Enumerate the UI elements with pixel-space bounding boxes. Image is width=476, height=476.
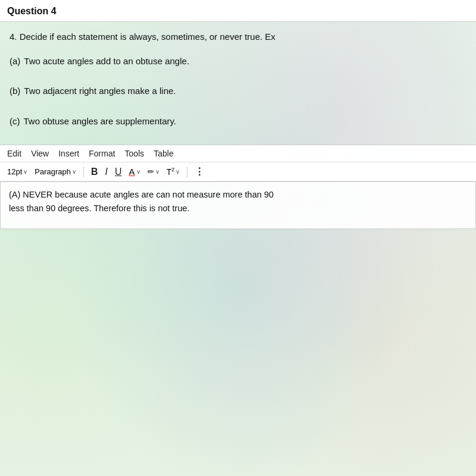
sub-question-c-text: Two obtuse angles are supplementary. [24,116,177,126]
sub-question-a-text: Two acute angles add to an obtuse angle. [24,56,189,66]
italic-button[interactable]: I [103,165,110,178]
sub-question-a-label: (a) [10,56,20,66]
paragraph-chevron: ∨ [72,168,76,175]
menu-format[interactable]: Format [89,149,115,158]
highlight-dropdown[interactable]: ✏ ∨ [145,166,162,177]
more-options-button[interactable]: ⋮ [192,165,207,178]
menu-table[interactable]: Table [154,149,173,158]
menu-bar: Edit View Insert Format Tools Table [0,145,476,162]
font-color-chevron: ∨ [136,168,140,175]
format-toolbar: 12pt ∨ Paragraph ∨ B I [0,162,476,181]
sub-question-b-label: (b) [10,86,20,96]
underline-button[interactable]: U [112,165,124,178]
bold-button[interactable]: B [89,165,101,178]
sub-question-b: (b)Two adjacent right angles make a line… [10,84,466,98]
font-color-dropdown[interactable]: A ∨ [127,165,143,178]
sub-question-b-text: Two adjacent right angles make a line. [24,86,176,96]
highlight-chevron: ∨ [155,168,159,175]
menu-edit[interactable]: Edit [7,149,21,158]
content-area: 4. Decide if each statement is always, s… [0,22,476,476]
question-intro-text: 4. Decide if each statement is always, s… [10,32,275,42]
sub-question-c: (c)Two obtuse angles are supplementary. [10,115,466,129]
paragraph-dropdown[interactable]: Paragraph ∨ [32,166,79,177]
toolbar-container: Edit View Insert Format Tools Table 12pt… [0,145,476,181]
toolbar-divider-2 [187,167,187,177]
menu-insert[interactable]: Insert [58,149,79,158]
answer-area[interactable]: (A) NEVER because acute angles are can n… [0,181,476,229]
answer-line-2: less than 90 degrees. Therefore this is … [9,202,467,215]
more-options-icon: ⋮ [195,166,205,177]
content-overlay: 4. Decide if each statement is always, s… [0,22,476,128]
question-title: Question 4 [7,6,57,16]
font-size-value: 12pt [7,167,22,176]
font-size-chevron: ∨ [23,168,27,175]
font-size-dropdown[interactable]: 12pt ∨ [5,166,30,177]
menu-tools[interactable]: Tools [125,149,145,158]
font-color-label: A [129,167,135,177]
highlight-icon: ✏ [148,167,154,176]
question-intro: 4. Decide if each statement is always, s… [10,30,466,44]
paragraph-label: Paragraph [35,167,71,176]
sub-question-a: (a)Two acute angles add to an obtuse ang… [10,55,466,68]
superscript-dropdown[interactable]: T2 ∨ [164,165,183,178]
superscript-label: T2 [167,167,175,177]
toolbar-divider-1 [83,167,84,177]
superscript-chevron: ∨ [176,168,180,175]
question-header: Question 4 [0,0,476,22]
answer-line-1: (A) NEVER because acute angles are can n… [9,188,467,202]
page-container: Question 4 4. Decide if each statement i… [0,0,476,476]
sub-question-c-label: (c) [10,116,20,126]
menu-view[interactable]: View [31,149,49,158]
